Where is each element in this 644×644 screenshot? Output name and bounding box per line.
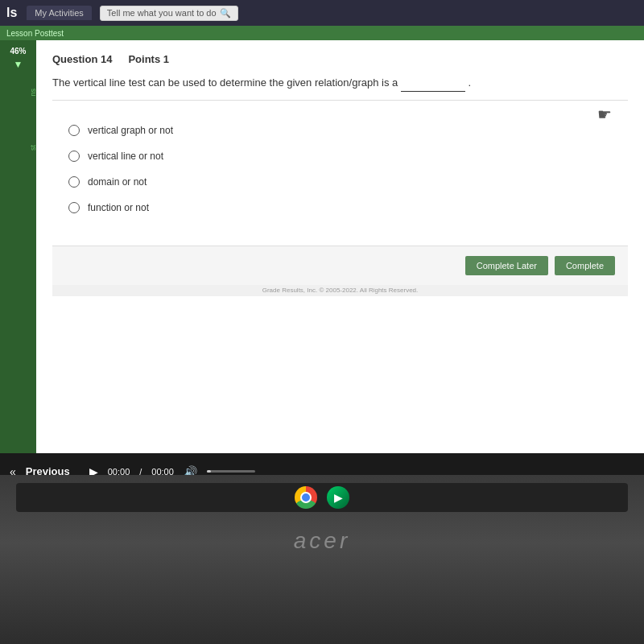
footer-copyright: Grade Results, Inc. © 2005-2022. All Rig… [52,285,628,296]
tell-me-bar[interactable]: Tell me what you want to do 🔍 [100,6,238,21]
option-4-label: function or not [88,202,149,213]
question-blank [401,75,465,92]
sidebar-icon: ▼ [14,59,23,70]
option-1-label: vertical graph or not [88,125,173,136]
breadcrumb: Lesson Posttest [0,26,644,40]
time-separator: / [139,467,142,476]
content-area: Question 14 Points 1 The vertical line t… [36,40,644,453]
progress-percent: 46% [10,47,26,56]
copyright-text: Grade Results, Inc. © 2005-2022. All Rig… [262,287,419,294]
question-points: Points 1 [128,53,169,65]
question-text: The vertical line test can be used to de… [52,75,628,101]
search-icon: 🔍 [220,8,231,19]
my-activities-tab[interactable]: My Activities [27,6,92,20]
complete-later-button[interactable]: Complete Later [465,256,548,275]
option-1[interactable]: vertical graph or not [68,125,612,136]
play-button[interactable]: ▶ [89,465,98,476]
left-sidebar: 46% ▼ ns st [0,40,36,453]
radio-4[interactable] [68,202,80,213]
action-bar: Complete Later Complete [52,246,628,285]
radio-3[interactable] [68,176,80,188]
laptop-bezel: ▶ acer [0,475,644,644]
radio-2[interactable] [68,151,80,162]
complete-button[interactable]: Complete [555,256,615,275]
app-logo: ls [6,6,17,20]
cursor-hand-icon: ☛ [597,105,612,124]
option-2[interactable]: vertical line or not [68,151,612,162]
main-area: 46% ▼ ns st Question 14 Points 1 The ver… [0,40,644,453]
audio-progress-bar[interactable] [207,470,255,473]
chrome-icon[interactable] [295,486,317,509]
prev-arrow-icon: « [10,465,16,476]
laptop-screen: ls My Activities Tell me what you want t… [0,0,644,475]
play-store-icon[interactable]: ▶ [327,486,349,509]
volume-icon[interactable]: 🔊 [184,465,197,476]
question-number: Question 14 [52,53,112,65]
options-container: vertical graph or not vertical line or n… [52,117,628,221]
taskbar: ▶ [16,483,628,512]
previous-button[interactable]: Previous [26,465,70,475]
option-3[interactable]: domain or not [68,176,612,188]
radio-1[interactable] [68,125,80,136]
acer-logo: acer [294,528,350,554]
audio-progress-fill [207,470,211,473]
option-2-label: vertical line or not [88,151,163,162]
time-total: 00:00 [151,467,174,476]
time-current: 00:00 [108,467,130,476]
bottom-nav: « Previous ▶ 00:00 / 00:00 🔊 [0,453,644,475]
top-bar: ls My Activities Tell me what you want t… [0,0,644,26]
option-3-label: domain or not [88,176,147,188]
option-4[interactable]: function or not [68,202,612,213]
previous-label: Previous [26,465,70,475]
question-header: Question 14 Points 1 [52,53,628,65]
